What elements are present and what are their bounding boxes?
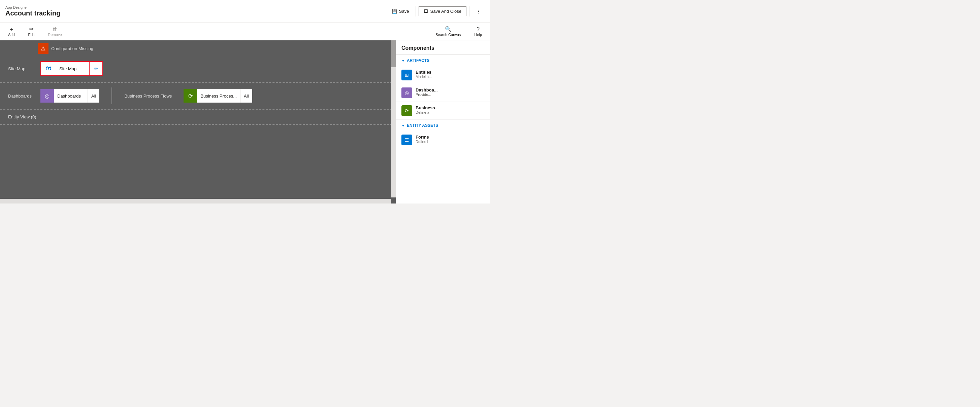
save-close-label: Save And Close [430, 9, 461, 14]
search-canvas-button[interactable]: 🔍 Search Canvas [433, 25, 463, 38]
config-warning-badge: ⚠ [38, 43, 48, 54]
config-missing-row: ⚠ Configuration Missing [0, 40, 396, 55]
add-button[interactable]: ＋ Add [5, 25, 18, 38]
components-panel: Components ▼ ARTIFACTS ⊞ Entities Model … [396, 40, 490, 204]
add-icon: ＋ [9, 27, 14, 32]
entities-text: Entities Model a... [415, 70, 432, 79]
toolbar-right: 🔍 Search Canvas ? Help [433, 25, 485, 38]
bpf-card[interactable]: ⟳ Business Proces... All [183, 89, 252, 103]
search-canvas-label: Search Canvas [436, 33, 461, 36]
vertical-divider [111, 87, 112, 104]
entity-view-label: Entity View (0) [8, 114, 62, 119]
bpf-all-label: All [240, 89, 252, 103]
dashboards-card[interactable]: ◎ Dashboards All [40, 89, 99, 103]
edit-label: Edit [28, 33, 35, 36]
edit-icon: ✏ [29, 27, 34, 32]
artifacts-label: ARTIFACTS [407, 58, 430, 63]
component-item-entities[interactable]: ⊞ Entities Model a... [396, 66, 490, 84]
bpf-section-label: Business Process Flows [124, 93, 178, 98]
entity-view-row: Entity View (0) [0, 110, 396, 125]
sitemap-edit-button[interactable]: ✏ [89, 62, 102, 75]
save-and-close-button[interactable]: 🖫 Save And Close [418, 6, 466, 16]
forms-icon: ☰ [401, 135, 412, 145]
main-layout: ⚠ Configuration Missing Site Map 🗺 Site … [0, 40, 490, 204]
more-icon: ⋮ [476, 9, 480, 14]
dashboards-component-text: Dashboa... Provide... [415, 87, 438, 97]
component-item-forms[interactable]: ☰ Forms Define h... [396, 131, 490, 149]
sitemap-icon-box: 🗺 [41, 62, 55, 75]
dashboards-card-label: Dashboards [54, 93, 88, 98]
dashboards-component-desc: Provide... [415, 92, 438, 97]
scroll-thumb[interactable] [391, 40, 396, 67]
site-map-row: Site Map 🗺 Site Map ✏ [0, 55, 396, 83]
bpf-component-name: Business... [415, 105, 439, 110]
entity-assets-chevron: ▼ [401, 124, 405, 127]
component-item-bpf[interactable]: ⟳ Business... Define a... [396, 102, 490, 120]
entity-assets-label: ENTITY ASSETS [407, 123, 438, 128]
pencil-icon: ✏ [94, 66, 98, 71]
component-item-dashboards[interactable]: ◎ Dashboa... Provide... [396, 84, 490, 102]
entities-desc: Model a... [415, 74, 432, 79]
save-icon: 💾 [392, 9, 397, 14]
dashboards-all-label: All [88, 89, 99, 103]
bpf-component-icon: ⟳ [401, 105, 412, 116]
forms-desc: Define h... [415, 139, 433, 144]
app-designer-label: App Designer [5, 5, 60, 10]
bpf-component-desc: Define a... [415, 110, 439, 114]
components-panel-title: Components [396, 40, 490, 55]
bpf-icon-box: ⟳ [183, 89, 197, 103]
dashboards-component-icon: ◎ [401, 87, 412, 98]
config-missing-text: Configuration Missing [51, 46, 93, 51]
toolbar: ＋ Add ✏ Edit 🗑 Remove 🔍 Search Canvas ? … [0, 23, 490, 40]
header-separator [415, 6, 416, 16]
header-separator-2 [469, 6, 469, 16]
site-map-card[interactable]: 🗺 Site Map ✏ [40, 61, 103, 76]
entities-name: Entities [415, 70, 432, 74]
dashboards-icon: ◎ [45, 93, 49, 99]
help-label: Help [474, 33, 482, 36]
forms-text: Forms Define h... [415, 135, 433, 144]
help-button[interactable]: ? Help [471, 25, 485, 38]
artifacts-section-header[interactable]: ▼ ARTIFACTS [396, 55, 490, 66]
warning-icon: ⚠ [41, 45, 46, 52]
bpf-card-label: Business Proces... [197, 93, 240, 98]
toolbar-left: ＋ Add ✏ Edit 🗑 Remove [5, 25, 65, 38]
header-left: App Designer Account tracking [5, 5, 60, 17]
sitemap-icon: 🗺 [46, 66, 51, 72]
entity-assets-section-header[interactable]: ▼ ENTITY ASSETS [396, 120, 490, 131]
canvas-scrollbar[interactable] [391, 40, 396, 198]
search-icon: 🔍 [445, 27, 452, 32]
bpf-icon: ⟳ [188, 93, 192, 99]
canvas-area: ⚠ Configuration Missing Site Map 🗺 Site … [0, 40, 396, 204]
help-icon: ? [477, 27, 480, 32]
forms-name: Forms [415, 135, 433, 139]
dashboards-component-name: Dashboa... [415, 87, 438, 92]
app-title: Account tracking [5, 10, 60, 17]
header: App Designer Account tracking 💾 Save 🖫 S… [0, 0, 490, 23]
more-options-button[interactable]: ⋮ [472, 7, 485, 16]
dashboards-row: Dashboards ◎ Dashboards All Business Pro… [0, 83, 396, 110]
dashboards-icon-box: ◎ [40, 89, 54, 103]
edit-button[interactable]: ✏ Edit [25, 25, 37, 38]
remove-icon: 🗑 [52, 27, 57, 32]
dashboards-row-label: Dashboards [8, 93, 35, 98]
entities-icon: ⊞ [401, 70, 412, 81]
remove-label: Remove [48, 33, 62, 36]
site-map-card-label: Site Map [55, 66, 89, 71]
canvas-hscrollbar[interactable] [0, 199, 391, 204]
artifacts-chevron: ▼ [401, 59, 405, 63]
bpf-component-text: Business... Define a... [415, 105, 439, 114]
save-button[interactable]: 💾 Save [388, 7, 413, 16]
remove-button[interactable]: 🗑 Remove [46, 25, 65, 38]
add-label: Add [8, 33, 15, 36]
header-actions: 💾 Save 🖫 Save And Close ⋮ [388, 6, 485, 16]
site-map-row-label: Site Map [8, 66, 35, 71]
save-close-icon: 🖫 [424, 9, 428, 14]
save-label: Save [399, 9, 409, 14]
